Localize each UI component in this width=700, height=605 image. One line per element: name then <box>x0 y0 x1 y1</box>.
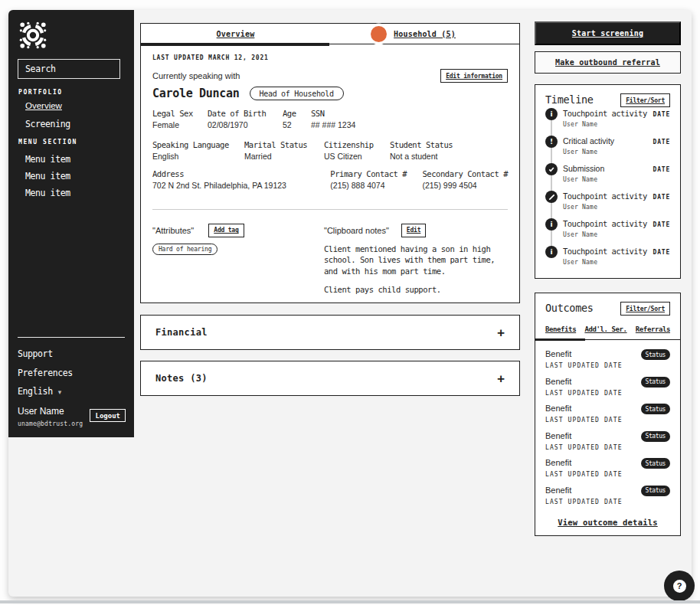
outcomes-filter-sort-button[interactable]: Filter/Sort <box>620 302 670 316</box>
last-updated-label: LAST UPDATED MARCH 12, 2021 <box>152 54 508 61</box>
timeline-item-title: Touchpoint activity <box>563 219 647 228</box>
language-dropdown[interactable]: English▾ <box>18 386 61 397</box>
outcome-row[interactable]: BenefitLAST UPDATED DATEStatus <box>545 486 670 513</box>
timeline-item-title: Touchpoint activity <box>563 109 647 118</box>
field-value: English <box>152 152 244 162</box>
active-tab-indicator <box>140 43 329 46</box>
timeline-item[interactable]: i Touchpoint activityUser Name DATE <box>545 245 670 273</box>
timeline-item-date: DATE <box>653 111 670 118</box>
outcome-meta: LAST UPDATED DATE <box>545 390 670 397</box>
clipboard-note-text: Client mentioned having a son in high sc… <box>324 244 508 277</box>
timeline-item[interactable]: ! Critical activityUser Name DATE <box>545 135 670 162</box>
alert-icon: ! <box>545 136 558 148</box>
timeline-item-date: DATE <box>653 221 670 228</box>
timeline-item[interactable]: i Touchpoint activityUser Name DATE <box>545 107 670 135</box>
client-overview-card: Overview Household (5) LAST UPDATED MARC… <box>140 23 520 303</box>
financial-section[interactable]: Financial + <box>140 315 520 350</box>
sidebar-menu-item-1[interactable]: Menu item <box>25 154 70 165</box>
sidebar-item-overview[interactable]: Overview <box>25 101 62 110</box>
sidebar-menu-item-3[interactable]: Menu item <box>25 188 70 198</box>
timeline-item[interactable]: Touchpoint activityUser Name DATE <box>545 190 670 217</box>
expand-icon[interactable]: + <box>497 325 505 340</box>
field-label: Secondary Contact # <box>422 170 508 178</box>
tab-overview[interactable]: Overview <box>141 24 330 44</box>
clipboard-notes-label: "Clipboard notes" <box>324 226 389 235</box>
field-label: Legal Sex <box>152 110 208 118</box>
outcomes-tabs: Benefits Add'l. Ser. Referrals <box>535 325 680 340</box>
field-label: Age <box>283 110 311 118</box>
field-label: Address <box>152 170 330 178</box>
search-input[interactable]: Search <box>18 59 120 79</box>
field-label: Marital Status <box>244 141 324 149</box>
field-value: 702 N 2nd St. Philadelphia, PA 19123 <box>152 182 330 191</box>
outcome-row[interactable]: BenefitLAST UPDATED DATEStatus <box>545 349 670 377</box>
sidebar-menu-item-2[interactable]: Menu item <box>25 171 70 182</box>
outcomes-title: Outcomes <box>545 303 594 314</box>
clipboard-note-text: Client pays child support. <box>324 284 508 296</box>
outcome-row[interactable]: BenefitLAST UPDATED DATEStatus <box>545 431 670 459</box>
tab-benefits[interactable]: Benefits <box>545 325 576 333</box>
notes-section-title: Notes (3) <box>155 373 208 384</box>
tab-household[interactable]: Household (5) <box>330 24 519 44</box>
timeline-item[interactable]: SubmissionUser Name DATE <box>545 162 670 190</box>
expand-icon[interactable]: + <box>497 371 505 386</box>
pencil-icon <box>545 191 558 203</box>
status-badge: Status <box>641 431 671 442</box>
edit-information-button[interactable]: Edit information <box>440 69 508 83</box>
help-button[interactable]: ? <box>664 571 695 601</box>
outcome-meta: LAST UPDATED DATE <box>545 471 670 478</box>
timeline-item[interactable]: i Touchpoint activityUser Name DATE <box>545 217 670 245</box>
sidebar-item-preferences[interactable]: Preferences <box>18 368 73 378</box>
timeline-item-user: User Name <box>563 149 614 155</box>
timeline-item-user: User Name <box>563 176 604 183</box>
outcome-meta: LAST UPDATED DATE <box>545 499 670 505</box>
info-icon: i <box>545 108 558 120</box>
client-tabs: Overview Household (5) <box>141 24 519 44</box>
question-mark-icon: ? <box>673 580 686 593</box>
make-outbound-referral-button[interactable]: Make outbound referral <box>535 51 681 74</box>
start-screening-button[interactable]: Start screening <box>535 21 681 45</box>
tab-referrals[interactable]: Referrals <box>636 325 670 333</box>
outcome-row[interactable]: BenefitLAST UPDATED DATEStatus <box>545 377 670 404</box>
app-logo-icon <box>18 21 47 50</box>
logout-button[interactable]: Logout <box>90 409 126 422</box>
timeline-item-user: User Name <box>563 204 647 211</box>
timeline-panel: Timeline Filter/Sort i Touchpoint activi… <box>535 84 681 279</box>
field-label: Date of Birth <box>208 110 283 118</box>
timeline-list: i Touchpoint activityUser Name DATE ! Cr… <box>545 107 670 273</box>
sidebar-item-screening[interactable]: Screening <box>25 119 70 129</box>
timeline-item-user: User Name <box>563 259 647 266</box>
sidebar-divider <box>18 337 125 338</box>
tab-additional-services[interactable]: Add'l. Ser. <box>584 325 626 333</box>
timeline-item-date: DATE <box>653 249 670 256</box>
timeline-item-title: Critical activity <box>563 136 614 146</box>
notes-section[interactable]: Notes (3) + <box>140 361 520 396</box>
outcome-meta: LAST UPDATED DATE <box>545 417 670 424</box>
sidebar-item-support[interactable]: Support <box>18 348 53 359</box>
field-label: Citizenship <box>324 141 390 149</box>
attributes-label: "Attributes" <box>152 226 194 235</box>
timeline-item-user: User Name <box>563 121 647 128</box>
info-icon: i <box>545 246 558 258</box>
chevron-down-icon: ▾ <box>58 388 61 396</box>
outcomes-panel: Outcomes Filter/Sort Benefits Add'l. Ser… <box>535 293 681 536</box>
edit-notes-button[interactable]: Edit <box>401 224 426 237</box>
field-value: Married <box>244 152 324 162</box>
field-value: 02/08/1970 <box>208 121 283 130</box>
timeline-item-title: Submission <box>563 164 604 173</box>
client-name: Carole Duncan <box>152 87 240 100</box>
add-tag-button[interactable]: Add tag <box>208 224 244 237</box>
field-label: Primary Contact # <box>330 170 422 178</box>
status-badge: Status <box>641 458 671 469</box>
outcome-row[interactable]: BenefitLAST UPDATED DATEStatus <box>545 458 670 486</box>
clipboard-column: "Clipboard notes" Edit Client mentioned … <box>324 224 508 296</box>
field-value: Female <box>152 121 208 130</box>
tab-overview-label: Overview <box>217 30 255 38</box>
status-badge: Status <box>641 404 671 414</box>
outcome-row[interactable]: BenefitLAST UPDATED DATEStatus <box>545 404 670 431</box>
timeline-item-date: DATE <box>653 166 670 173</box>
view-outcome-details-link[interactable]: View outcome details <box>545 518 670 527</box>
timeline-filter-sort-button[interactable]: Filter/Sort <box>620 93 670 107</box>
speaking-with-label: Currently speaking with <box>152 71 240 80</box>
field-value: (215) 888 4074 <box>330 182 422 191</box>
